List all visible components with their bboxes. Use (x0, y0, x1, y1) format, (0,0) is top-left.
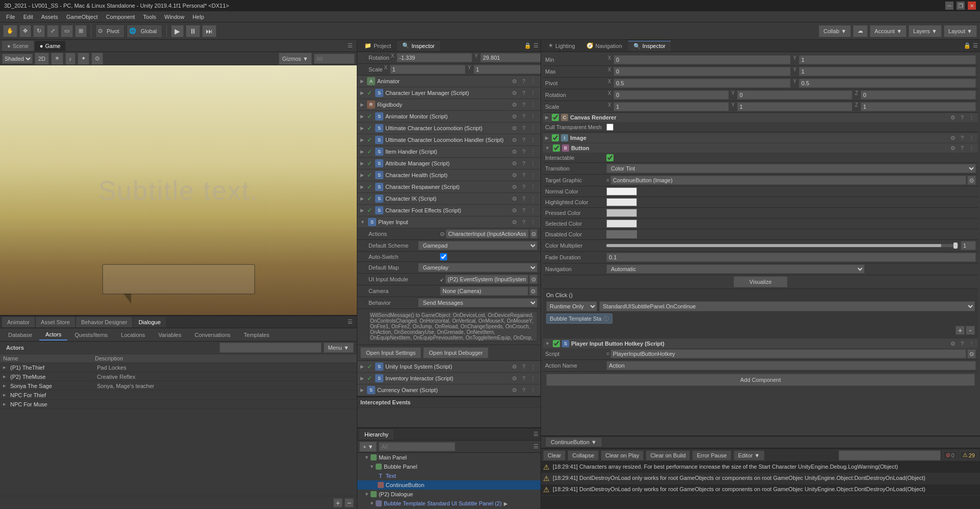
settings-icon[interactable]: ⚙ (510, 102, 519, 108)
normal-color-swatch[interactable] (606, 187, 637, 196)
clear-on-play-button[interactable]: Clear on Play (601, 450, 644, 460)
max-x[interactable] (614, 67, 791, 76)
menu-help[interactable]: Help (188, 13, 208, 21)
script-input[interactable] (610, 349, 966, 358)
item-handler-component[interactable]: ▶ ✓ S Item Handler (Script) ⚙ ? ⋮ (357, 146, 541, 158)
canvas-renderer-header[interactable]: ▶ C Canvas Renderer ⚙ ? ⋮ (543, 113, 978, 122)
hierarchy-bubble-template[interactable]: ▼ Bubble Template Standard UI Subtitle P… (357, 499, 541, 508)
templates-subtab[interactable]: Templates (238, 329, 276, 341)
settings-icon[interactable]: ⚙ (510, 219, 519, 226)
color-multiplier-thumb[interactable] (953, 243, 958, 249)
panel-options-icon[interactable]: ☰ (346, 42, 355, 49)
rot-z[interactable] (861, 90, 976, 100)
clear-button[interactable]: Clear (543, 450, 566, 460)
pressed-swatch[interactable] (606, 209, 637, 217)
error-pause-button[interactable]: Error Pause (692, 450, 731, 460)
more-icon[interactable]: ⋮ (529, 172, 537, 179)
restore-button[interactable]: ❐ (957, 2, 965, 10)
behavior-designer-tab[interactable]: Behavior Designer (76, 317, 133, 327)
more-icon[interactable]: ⋮ (967, 135, 976, 141)
rotation-y[interactable] (480, 53, 541, 62)
target-graphic-pick[interactable]: ⊙ (967, 176, 976, 185)
account-button[interactable]: Account ▼ (870, 25, 906, 37)
more-icon[interactable]: ⋮ (529, 363, 537, 370)
settings-icon[interactable]: ⚙ (510, 207, 519, 214)
dialogue-main-tab[interactable]: Dialogue (133, 317, 165, 327)
cloud-button[interactable]: ☁ (853, 25, 868, 37)
runtime-select[interactable]: Runtime Only (546, 301, 597, 311)
game-tab[interactable]: ● Game (35, 41, 66, 51)
scale-x[interactable] (390, 65, 465, 74)
more-icon[interactable]: ⋮ (529, 149, 537, 155)
image-checkbox[interactable] (552, 134, 559, 141)
scale-y[interactable] (474, 65, 541, 74)
help-icon[interactable]: ? (959, 135, 965, 141)
inventory-interactor-component[interactable]: ▶ ✓ S Inventory Interactor (Script) ⚙ ? … (357, 373, 541, 384)
help-icon[interactable]: ? (521, 125, 527, 131)
layers-button[interactable]: Layers ▼ (909, 25, 942, 37)
help-icon[interactable]: ? (959, 341, 965, 347)
effects-toggle[interactable]: ✦ (78, 53, 89, 65)
more-icon[interactable]: ⋮ (967, 114, 976, 121)
settings-icon[interactable]: ⚙ (949, 341, 957, 347)
help-icon[interactable]: ? (521, 113, 527, 119)
navigation-tab[interactable]: 🧭 Navigation (581, 41, 627, 51)
step-button[interactable]: ⏭ (202, 25, 216, 37)
remove-onclick-button[interactable]: - (966, 326, 975, 335)
hierarchy-continue-btn[interactable]: ContinueButton (357, 480, 541, 490)
options-icon[interactable]: ☰ (533, 42, 538, 49)
editor-button[interactable]: Editor ▼ (733, 450, 765, 460)
disabled-swatch[interactable] (606, 230, 637, 238)
pivot-y[interactable] (799, 79, 976, 88)
clear-on-build-button[interactable]: Clear on Build (646, 450, 690, 460)
help-icon[interactable]: ? (521, 172, 527, 178)
minimize-button[interactable]: ─ (945, 2, 953, 10)
default-scheme-select[interactable]: Gamepad (418, 241, 537, 250)
rot-x[interactable] (614, 90, 729, 100)
scale-x[interactable] (614, 102, 729, 111)
attr-manager-component[interactable]: ▶ ✓ S Attribute Manager (Script) ⚙ ? ⋮ (357, 158, 541, 169)
help-icon[interactable]: ? (521, 184, 527, 190)
transition-select[interactable]: Color Tint (606, 164, 976, 173)
scale-y[interactable] (737, 102, 852, 111)
actor-row-npc-thief[interactable]: ▸ NPC For Thief (0, 391, 357, 400)
target-graphic-input[interactable] (610, 176, 966, 185)
rigidbody-component[interactable]: ▶ R Rigidbody ⚙ ? ⋮ (357, 99, 541, 111)
actions-input[interactable] (446, 229, 529, 238)
behavior-select[interactable]: Send Messages (418, 298, 537, 307)
unity-input-system-component[interactable]: ▶ ✓ S Unity Input System (Script) ⚙ ? ⋮ (357, 361, 541, 373)
lighting-toggle[interactable]: ☀ (51, 53, 63, 65)
char-respawner-component[interactable]: ▶ ✓ S Character Respawner (Script) ⚙ ? ⋮ (357, 181, 541, 193)
console-search-input[interactable] (839, 450, 941, 460)
open-input-settings-button[interactable]: Open Input Settings (360, 347, 421, 358)
pause-button[interactable]: ⏸ (186, 25, 200, 37)
more-icon[interactable]: ⋮ (529, 113, 537, 120)
play-button[interactable]: ▶ (171, 25, 184, 37)
help-icon[interactable]: ? (521, 387, 527, 393)
actions-pick-button[interactable]: ⊙ (530, 229, 537, 238)
char-health-component[interactable]: ▶ ✓ S Character Health (Script) ⚙ ? ⋮ (357, 169, 541, 181)
char-ik-component[interactable]: ▶ ✓ S Character IK (Script) ⚙ ? ⋮ (357, 193, 541, 205)
help-icon[interactable]: ? (959, 145, 965, 151)
button-checkbox[interactable] (553, 144, 560, 152)
more-icon[interactable]: ⋮ (529, 78, 537, 85)
right-inspector-tab[interactable]: 🔍 Inspector (628, 41, 671, 51)
lighting-tab[interactable]: ☀ Lighting (543, 41, 580, 51)
scene-view-options[interactable]: ⊙ (91, 53, 103, 65)
settings-icon[interactable]: ⚙ (510, 90, 519, 96)
menu-file[interactable]: File (2, 13, 19, 21)
more-icon[interactable]: ⋮ (529, 207, 537, 214)
menu-tools[interactable]: Tools (139, 13, 160, 21)
more-icon[interactable]: ⋮ (529, 137, 537, 143)
more-icon[interactable]: ⋮ (529, 219, 537, 226)
actor-row-thethief[interactable]: ▸ (P1) TheThief Pad Lockes (0, 363, 357, 372)
fade-duration-input[interactable] (606, 253, 976, 262)
tool-hand[interactable]: ✋ (3, 25, 17, 37)
hierarchy-main-panel[interactable]: ▼ Main Panel (357, 453, 541, 462)
min-x[interactable] (614, 55, 791, 64)
hierarchy-bubble-panel[interactable]: ▼ Bubble Panel (357, 462, 541, 471)
actors-search-input[interactable] (219, 343, 322, 353)
help-icon[interactable]: ? (521, 363, 527, 370)
help-icon[interactable]: ? (521, 160, 527, 166)
add-component-button[interactable]: Add Component (546, 374, 975, 386)
